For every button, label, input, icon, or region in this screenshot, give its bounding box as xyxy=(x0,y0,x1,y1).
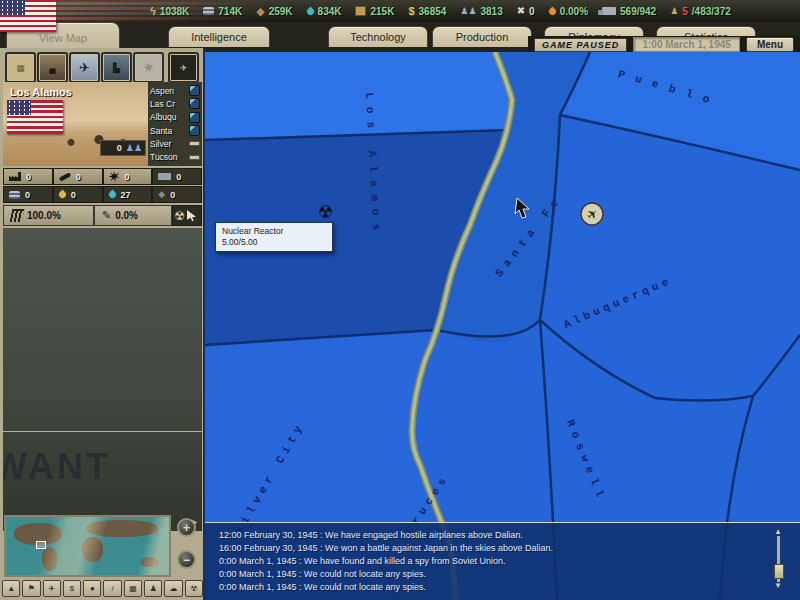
political-icon: ⚑ xyxy=(28,584,35,593)
metal-value: 0 xyxy=(25,190,30,200)
adjacent-province-row[interactable]: Silver xyxy=(150,138,200,149)
energy-value: 0 xyxy=(71,190,76,200)
convoys-value: 0 xyxy=(176,172,181,182)
scroll-up-icon[interactable]: ▲ xyxy=(774,528,782,536)
convoys-stat: 0 xyxy=(152,168,202,185)
log-message[interactable]: 0:00 March 1, 1945 : We have found and k… xyxy=(219,555,800,568)
map-mode-air-button[interactable]: ✈ xyxy=(43,580,61,597)
scrollbar-thumb[interactable] xyxy=(774,564,784,579)
naval-units-icon: ▙ xyxy=(113,63,120,73)
infrastructure-icon xyxy=(10,209,25,222)
goto-province-icon[interactable] xyxy=(189,125,200,136)
tab-intelligence[interactable]: Intelligence xyxy=(168,26,270,47)
resource-transport-capacity: 569/942 xyxy=(602,6,656,17)
terrain-map-filter-button[interactable]: ▦ xyxy=(5,52,36,83)
infrastructure-value: 100.0% xyxy=(27,210,61,221)
resource-forces: ♟ 5/483/372 xyxy=(670,6,731,17)
usa-flag xyxy=(0,0,56,32)
adjacent-province-row[interactable]: Santa xyxy=(150,125,200,136)
log-message[interactable]: 0:00 March 1, 1945 : We could not locate… xyxy=(219,568,800,581)
land-units-filter-button[interactable]: ▄ xyxy=(37,52,68,83)
zoom-out-button[interactable]: − xyxy=(177,550,196,569)
menu-button[interactable]: Menu xyxy=(746,37,794,52)
anti-air-stat[interactable]: 0 xyxy=(103,168,153,185)
no-connection-icon xyxy=(189,141,200,146)
factories-stat[interactable]: 0 xyxy=(3,168,53,185)
manpower-value: 3813 xyxy=(480,6,502,17)
combat-filter-button[interactable] xyxy=(133,52,164,83)
rare-materials-resource: ◆0 xyxy=(152,186,202,203)
goto-province-icon[interactable] xyxy=(189,85,200,96)
province-northwest[interactable] xyxy=(205,52,512,140)
supplies-icon xyxy=(355,6,366,16)
oil-value: 834K xyxy=(318,6,342,17)
oil-resource: 27 xyxy=(103,186,153,203)
log-message[interactable]: 0:00 March 1, 1945 : We could not locate… xyxy=(219,581,800,594)
province-flag-canton xyxy=(7,100,31,115)
coastal-guns-stat[interactable]: 0 xyxy=(53,168,103,185)
resource-dissent: 0.00% xyxy=(549,6,588,17)
goto-province-icon[interactable] xyxy=(189,112,200,123)
resource-oil: 834K xyxy=(307,6,342,17)
game-screen: ϟ 1038K 714K ◆ 259K 834K 215K $ 36854 ♟♟… xyxy=(0,0,800,600)
map-canvas[interactable]: ☢ ✈ xyxy=(205,52,800,600)
map-mode-infra-button[interactable]: / xyxy=(103,580,121,597)
adjacent-label: Tucson xyxy=(150,152,178,162)
map-mode-resources-button[interactable]: ● xyxy=(83,580,101,597)
adjacent-province-row[interactable]: Albuqu xyxy=(150,112,200,123)
map-mode-weather-button[interactable]: ☁ xyxy=(164,580,182,597)
dissent-value: 0.00% xyxy=(560,6,588,17)
adjacent-label: Albuqu xyxy=(150,112,176,122)
log-message[interactable]: 12:00 February 30, 1945 : We have engage… xyxy=(219,529,800,542)
map-view[interactable]: ☢ ✈ Los Alamos Santa Fe Pueblo Albuquerq… xyxy=(205,52,800,600)
map-mode-terrain-button[interactable]: ▲ xyxy=(2,580,20,597)
tab-production[interactable]: Production xyxy=(432,26,532,47)
rare-materials-value: 259K xyxy=(269,6,293,17)
goto-province-icon[interactable] xyxy=(189,98,200,109)
factory-icon xyxy=(9,172,21,181)
log-scrollbar[interactable]: ▲ ▼ xyxy=(771,528,785,590)
transport-capacity-value: 569/942 xyxy=(620,6,656,17)
minimap[interactable] xyxy=(4,515,171,577)
adjacent-province-row[interactable]: Aspen xyxy=(150,85,200,96)
map-mode-nuclear-button[interactable]: ☢ xyxy=(185,580,203,597)
scroll-down-icon[interactable]: ▼ xyxy=(774,582,782,590)
no-connection-icon xyxy=(189,155,200,160)
anti-air-value: 0 xyxy=(125,172,130,182)
air-units-filter-button[interactable]: ✈ xyxy=(69,52,100,83)
map-mode-grid-button[interactable]: ▦ xyxy=(124,580,142,597)
money-value: 36854 xyxy=(419,6,447,17)
flag-canton xyxy=(0,0,25,15)
adjacent-province-row[interactable]: Las Cr xyxy=(150,98,200,109)
terrain-icon: ▲ xyxy=(7,584,15,593)
factories-value: 0 xyxy=(26,172,31,182)
nuclear-reactor-cell[interactable]: ☢ xyxy=(172,205,202,226)
log-message[interactable]: 16:00 February 30, 1945 : We won a battl… xyxy=(219,542,800,555)
tooltip-title: Nuclear Reactor xyxy=(222,226,326,237)
naval-units-filter-button[interactable]: ▙ xyxy=(101,52,132,83)
minimap-light-band xyxy=(6,517,169,575)
economic-icon: $ xyxy=(70,584,74,593)
resource-convoys: ✖ 0 xyxy=(517,6,535,17)
map-mode-political-button[interactable]: ⚑ xyxy=(22,580,40,597)
oil-icon xyxy=(305,6,315,16)
map-mode-economic-button[interactable]: $ xyxy=(63,580,81,597)
coastal-gun-icon xyxy=(59,172,71,181)
convoy-icon xyxy=(158,173,171,180)
map-mode-manpower-button[interactable]: ♟ xyxy=(144,580,162,597)
message-log[interactable]: 12:00 February 30, 1945 : We have engage… xyxy=(205,522,800,600)
forces-value: /483/372 xyxy=(692,6,731,17)
rare-materials-icon: ◆ xyxy=(158,190,165,199)
tab-technology[interactable]: Technology xyxy=(328,26,428,47)
flag-streak-decoration xyxy=(56,0,266,22)
nuclear-reactor-map-icon[interactable]: ☢ xyxy=(318,202,333,222)
unit-list-panel[interactable]: WANT ◄ ► xyxy=(3,228,202,531)
adjacent-province-row[interactable]: Tucson xyxy=(150,152,200,163)
nuclear-icon: ☢ xyxy=(190,584,197,593)
zoom-in-button[interactable]: + xyxy=(177,518,196,537)
minus-icon: − xyxy=(183,554,190,566)
oil-value: 27 xyxy=(121,190,131,200)
supplies-value: 215K xyxy=(370,6,394,17)
minimap-view-rectangle[interactable] xyxy=(36,541,46,549)
military-overview-button[interactable]: ✈ xyxy=(168,52,199,83)
